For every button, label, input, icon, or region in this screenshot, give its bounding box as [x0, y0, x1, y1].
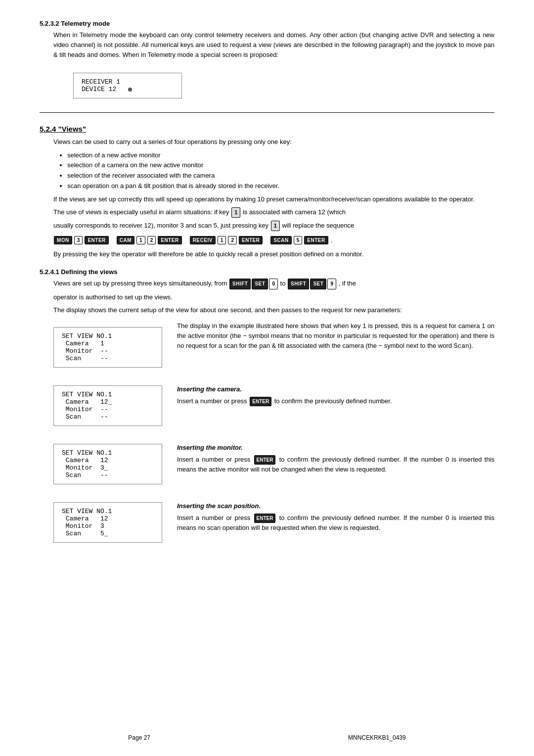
screen-dot-indicator: [128, 88, 132, 92]
key-scan: SCAN: [270, 236, 291, 244]
key-enter-2: ENTER: [158, 236, 181, 244]
bullet-3: selection of the receiver associated wit…: [67, 171, 494, 181]
key-sequence-row: MON 3 ENTER CAM 1 2 ENTER RECEIV 1 2 ENT…: [53, 236, 494, 244]
page-number: Page 27: [128, 734, 150, 741]
view-setup-3: SET VIEW NO.1 Camera 12 Monitor 3_ Scan …: [53, 438, 494, 490]
section-524-body3: The use of views is especially useful in…: [53, 207, 494, 218]
s2-desc: Insert a number or press ENTER to confir…: [177, 396, 494, 406]
screen-display-1: SET VIEW NO.1 Camera 1 Monitor -- Scan -…: [53, 321, 167, 374]
screen-display-3: SET VIEW NO.1 Camera 12 Monitor 3_ Scan …: [53, 438, 167, 490]
view-setup-2: SET VIEW NO.1 Camera 12_ Monitor -- Scan…: [53, 379, 494, 432]
s4-desc: Insert a number or press ENTER to confir…: [177, 513, 494, 533]
key-3: 3: [74, 236, 83, 244]
key-cam: CAM: [117, 236, 134, 244]
key-enter-s2: ENTER: [250, 397, 271, 407]
screen-display-4: SET VIEW NO.1 Camera 12 Monitor 3 Scan 5…: [53, 496, 167, 549]
s3-line1: SET VIEW NO.1: [62, 449, 154, 457]
key-set-2: SET: [310, 279, 326, 289]
s3-line3: Monitor 3_: [62, 464, 154, 472]
view-setup-1: SET VIEW NO.1 Camera 1 Monitor -- Scan -…: [53, 321, 494, 374]
key-enter-4: ENTER: [304, 236, 328, 244]
bullet-1: selection of a new active monitor: [67, 150, 494, 161]
section-5232-heading: 5.2.3.2 Telemetry mode: [40, 20, 494, 27]
bullet-4: scan operation on a pan & tilt position …: [67, 181, 494, 191]
screen-3-description: Inserting the monitor. Insert a number o…: [177, 438, 494, 478]
key-shift-2: SHIFT: [288, 279, 309, 289]
s1-line4: Scan --: [62, 355, 154, 362]
key-receiv: RECEIV: [190, 236, 216, 244]
key-shift-1: SHIFT: [229, 279, 251, 289]
s4-line2: Camera 12: [62, 515, 154, 522]
s2-line3: Monitor --: [62, 406, 154, 413]
s4-italic-heading: Inserting the scan position.: [177, 501, 494, 511]
screen-box-4: SET VIEW NO.1 Camera 12 Monitor 3 Scan 5…: [53, 502, 162, 543]
screen-1-description: The display in the example illustrated h…: [177, 321, 494, 354]
view-setup-4: SET VIEW NO.1 Camera 12 Monitor 3 Scan 5…: [53, 496, 494, 549]
key-enter-s4: ENTER: [254, 514, 276, 523]
key-5: 5: [294, 236, 303, 244]
s3-line4: Scan --: [62, 472, 154, 479]
page-footer: Page 27 MNNCEKRKB1_0439: [0, 734, 534, 741]
key-enter-s3: ENTER: [254, 455, 276, 465]
section-524-body5: By pressing the key the operator will th…: [53, 249, 494, 259]
s1-desc: The display in the example illustrated h…: [177, 321, 494, 351]
key-9: 9: [327, 279, 336, 289]
s1-line1: SET VIEW NO.1: [62, 332, 154, 340]
key-mon: MON: [54, 236, 72, 244]
s3-line2: Camera 12: [62, 457, 154, 464]
section-524-body2: If the views are set up correctly this w…: [53, 194, 494, 204]
key-enter-1: ENTER: [85, 236, 108, 244]
s3-italic-heading: Inserting the monitor.: [177, 443, 494, 453]
section-5232-body: When in Telemetry mode the keyboard can …: [53, 30, 494, 60]
section-divider: [40, 112, 494, 113]
s4-line1: SET VIEW NO.1: [62, 508, 154, 515]
doc-id: MNNCEKRKB1_0439: [348, 734, 406, 741]
s2-line2: Camera 12_: [62, 398, 154, 406]
screen-box-1: SET VIEW NO.1 Camera 1 Monitor -- Scan -…: [53, 327, 162, 368]
section-5241-body1: Views are set up by pressing three keys …: [53, 279, 494, 289]
s4-line3: Monitor 3: [62, 522, 154, 530]
screen-box-3: SET VIEW NO.1 Camera 12 Monitor 3_ Scan …: [53, 444, 162, 484]
section-524-body1: Views can be used to carry out a series …: [53, 137, 494, 147]
shift-set-9-group: SHIFTSET9: [287, 279, 337, 289]
key-1b: 1: [218, 236, 226, 244]
key-1: 1: [136, 236, 145, 244]
section-524: 5.2.4 "Views" Views can be used to carry…: [40, 125, 494, 259]
s1-line2: Camera 1: [62, 340, 154, 347]
s2-line1: SET VIEW NO.1: [62, 391, 154, 398]
s4-line4: Scan 5_: [62, 530, 154, 537]
key-2: 2: [147, 236, 156, 244]
section-5232: 5.2.3.2 Telemetry mode When in Telemetry…: [40, 20, 494, 104]
key-2-inline: 1: [271, 221, 280, 231]
screen-display-2: SET VIEW NO.1 Camera 12_ Monitor -- Scan…: [53, 379, 167, 432]
screen-2-description: Inserting the camera. Insert a number or…: [177, 379, 494, 409]
s3-desc: Insert a number or press ENTER to confir…: [177, 455, 494, 474]
s2-line4: Scan --: [62, 413, 154, 421]
shift-set-0-group: SHIFTSET0: [229, 279, 278, 289]
key-enter-3: ENTER: [239, 236, 263, 244]
section-524-heading: 5.2.4 "Views": [40, 125, 494, 133]
screen-line-2: DEVICE 12: [82, 86, 174, 93]
section-5241: 5.2.4.1 Defining the views Views are set…: [40, 268, 494, 549]
section-524-bullets: selection of a new active monitor select…: [67, 150, 494, 191]
section-5241-body3: The display shows the current setup of t…: [53, 305, 494, 315]
key-0: 0: [269, 279, 278, 289]
key-1-inline: 1: [231, 207, 240, 218]
section-524-body4: usually corresponds to receiver 12), mon…: [53, 221, 494, 231]
screen-box-2: SET VIEW NO.1 Camera 12_ Monitor -- Scan…: [53, 385, 162, 426]
key-set-1: SET: [252, 279, 268, 289]
bullet-2: selection of a camera on the new active …: [67, 160, 494, 171]
s1-line3: Monitor --: [62, 347, 154, 355]
screen-4-description: Inserting the scan position. Insert a nu…: [177, 496, 494, 536]
s2-italic-heading: Inserting the camera.: [177, 384, 494, 394]
section-5241-body2: operator is authorised to set up the vie…: [53, 292, 494, 302]
screen-line-1: RECEIVER 1: [82, 78, 174, 86]
telemetry-screen: RECEIVER 1 DEVICE 12: [73, 73, 182, 98]
key-2b: 2: [228, 236, 237, 244]
section-5241-heading: 5.2.4.1 Defining the views: [40, 268, 494, 276]
